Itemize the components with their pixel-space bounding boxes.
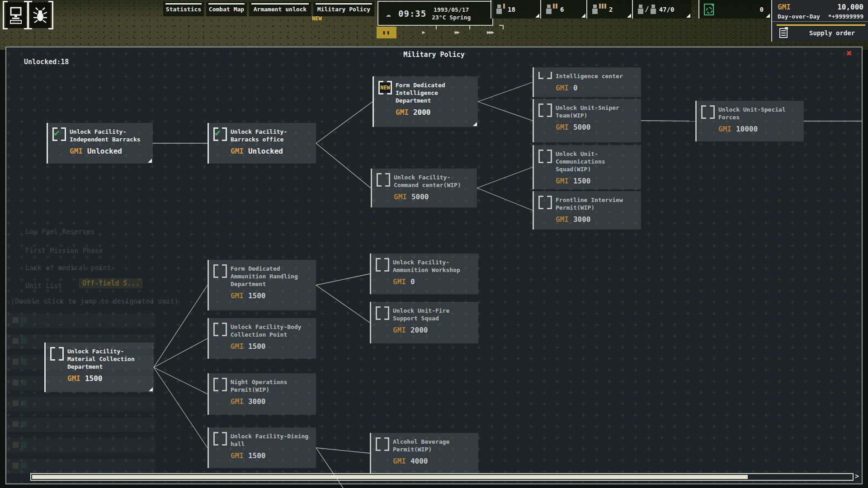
- node-title: Unlock Unit-Fire Support Squad: [393, 306, 449, 322]
- node-cost: GMI5000: [556, 123, 637, 131]
- empty-checkbox: [213, 264, 227, 278]
- node-cost-value: 0: [410, 277, 415, 286]
- empty-checkbox: [376, 437, 389, 451]
- empty-checkbox: [701, 105, 715, 119]
- node-cost-value: 1500: [248, 451, 266, 460]
- node-title: Unlock Unit-Sniper Team(WIP): [556, 103, 619, 119]
- node-cost-currency: GMI: [231, 397, 244, 406]
- node-cost-value: 5000: [411, 192, 429, 201]
- node-cost-value: Unlocked: [87, 147, 122, 155]
- empty-checkbox: [376, 306, 389, 320]
- node-corner-triangle: [473, 122, 477, 126]
- policy-node-dining-hall[interactable]: Unlock Facility-Dining hallGMI1500: [208, 427, 316, 468]
- node-cost-currency: GMI: [556, 84, 569, 92]
- node-title: Alcohol Beverage Permit(WIP): [393, 437, 449, 453]
- empty-checkbox: [538, 103, 552, 117]
- node-cost-currency: GMI: [556, 123, 569, 131]
- policy-node-frontline-interview[interactable]: Frontline Interview Permit(WIP)GMI3000: [533, 191, 641, 230]
- node-cost: GMI2000: [396, 108, 473, 117]
- policy-node-fire-support-squad[interactable]: Unlock Unit-Fire Support SquadGMI2000: [370, 302, 478, 343]
- node-title: Form Dedicated Intelligence Department: [396, 81, 445, 104]
- node-cost: GMI1500: [231, 342, 311, 351]
- node-cost-value: 5000: [573, 123, 591, 131]
- policy-node-independent-barracks[interactable]: ✔Unlock Facility- Independent BarracksGM…: [47, 123, 153, 164]
- policy-node-intelligence-department[interactable]: NEWForm Dedicated Intelligence Departmen…: [373, 76, 478, 127]
- node-cost: GMI0: [393, 277, 474, 286]
- checked-checkbox: ✔: [52, 127, 66, 141]
- policy-node-sniper-team[interactable]: Unlock Unit-Sniper Team(WIP)GMI5000: [533, 99, 641, 142]
- empty-checkbox: [538, 150, 552, 163]
- policy-node-night-operations[interactable]: Night Operations Permit(WIP)GMI3000: [208, 373, 316, 415]
- node-cost: GMI3000: [231, 397, 311, 406]
- node-cost-currency: GMI: [67, 374, 80, 383]
- node-cost-currency: GMI: [231, 291, 244, 300]
- node-corner-triangle: [149, 387, 153, 391]
- node-cost-value: 1500: [573, 177, 591, 185]
- node-title: Intelligence center: [556, 72, 623, 80]
- node-cost-value: 1500: [85, 374, 103, 383]
- empty-checkbox: NEW: [378, 81, 392, 94]
- node-cost-value: 1500: [248, 342, 266, 351]
- empty-checkbox: [213, 432, 227, 446]
- node-cost: GMI5000: [394, 192, 472, 201]
- empty-checkbox: [538, 72, 552, 79]
- node-cost-value: 1500: [248, 291, 266, 300]
- close-button[interactable]: ✖: [846, 48, 852, 59]
- node-title: Unlock Facility- Barracks office: [231, 127, 287, 143]
- node-cost-currency: GMI: [231, 147, 244, 155]
- empty-checkbox: [50, 347, 64, 361]
- policy-node-command-center[interactable]: Unlock Facility- Command center(WIP)GMI5…: [371, 169, 477, 207]
- node-cost: GMIUnlocked: [70, 147, 148, 155]
- node-cost-value: 0: [573, 84, 578, 92]
- scroll-right-arrow-icon[interactable]: >: [855, 472, 859, 480]
- node-cost-currency: GMI: [70, 147, 83, 155]
- node-title: Night Operations Permit(WIP): [231, 378, 287, 394]
- node-cost-currency: GMI: [394, 192, 407, 201]
- policy-node-ammunition-workshop[interactable]: Unlock Facility- Ammunition WorkshopGMI0: [370, 253, 478, 294]
- node-cost-value: 3000: [248, 397, 266, 406]
- empty-checkbox: [376, 258, 389, 272]
- node-title: Unlock Facility-Body Collection Point: [231, 323, 302, 338]
- node-title: Unlock Facility- Ammunition Workshop: [393, 258, 460, 274]
- node-title: Unlock Facility- Independent Barracks: [70, 127, 141, 143]
- node-title: Frontline Interview Permit(WIP): [556, 196, 623, 211]
- policy-node-ammunition-department[interactable]: Form Dedicated Ammunition Handling Depar…: [208, 260, 316, 310]
- node-title: Unlock Facility-Dining hall: [231, 432, 308, 448]
- node-cost-currency: GMI: [231, 451, 244, 460]
- node-new-badge: NEW: [380, 83, 391, 93]
- tech-tree-nodes: ✔Unlock Facility- Independent BarracksGM…: [0, 0, 868, 488]
- node-cost: GMI10000: [718, 125, 799, 133]
- policy-node-material-collection[interactable]: Unlock Facility- Material Collection Dep…: [44, 343, 154, 392]
- node-cost-value: 4000: [410, 457, 428, 465]
- unlocked-count: Unlocked:18: [24, 58, 69, 66]
- checked-checkbox: ✔: [213, 127, 227, 141]
- node-cost-currency: GMI: [393, 326, 406, 334]
- node-cost-currency: GMI: [231, 342, 244, 351]
- node-cost-currency: GMI: [396, 108, 409, 117]
- node-cost-value: 3000: [573, 215, 591, 224]
- policy-node-intelligence-center[interactable]: Intelligence centerGMI0: [533, 67, 641, 97]
- empty-checkbox: [538, 196, 552, 209]
- node-title: Unlock Facility- Material Collection Dep…: [67, 347, 135, 371]
- horizontal-scrollbar[interactable]: >: [30, 473, 854, 481]
- check-icon: ✔: [54, 127, 60, 138]
- node-cost: GMIUnlocked: [231, 147, 311, 155]
- node-title: Unlock Facility- Command center(WIP): [394, 173, 461, 189]
- node-cost-value: 2000: [410, 326, 428, 334]
- node-title: Unlock Unit-Special Forces: [718, 105, 786, 121]
- policy-node-barracks-office[interactable]: ✔Unlock Facility- Barracks officeGMIUnlo…: [208, 123, 316, 164]
- scrollbar-thumb[interactable]: [32, 475, 748, 479]
- node-corner-triangle: [148, 159, 152, 163]
- policy-node-communications-squad[interactable]: Unlock Unit- Communications Squad(WIP)GM…: [533, 145, 641, 189]
- empty-checkbox: [213, 378, 227, 391]
- node-title: Unlock Unit- Communications Squad(WIP): [556, 150, 605, 173]
- node-title: Form Dedicated Ammunition Handling Depar…: [231, 264, 298, 288]
- node-cost-currency: GMI: [718, 125, 731, 133]
- check-icon: ✔: [215, 127, 221, 138]
- policy-node-special-forces[interactable]: Unlock Unit-Special ForcesGMI10000: [695, 101, 804, 141]
- node-cost: GMI1500: [231, 451, 311, 460]
- node-cost: GMI4000: [393, 457, 474, 465]
- policy-node-alcohol-permit[interactable]: Alcohol Beverage Permit(WIP)GMI4000: [370, 433, 478, 474]
- empty-checkbox: [377, 173, 390, 187]
- policy-node-body-collection-point[interactable]: Unlock Facility-Body Collection PointGMI…: [208, 318, 316, 359]
